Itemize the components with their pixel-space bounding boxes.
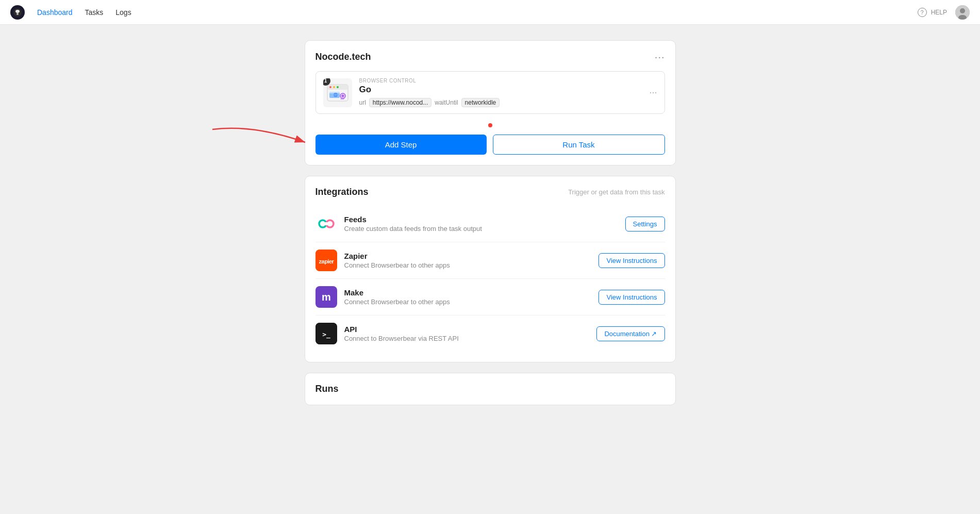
user-avatar[interactable] bbox=[955, 5, 970, 20]
integration-row-api: >_ API Connect to Browserbear via REST A… bbox=[315, 316, 665, 352]
zapier-name: Zapier bbox=[344, 252, 592, 260]
integration-row-make: m Make Connect Browserbear to other apps… bbox=[315, 279, 665, 316]
api-docs-button[interactable]: Documentation ↗ bbox=[596, 326, 665, 341]
app-logo bbox=[10, 5, 25, 20]
help-question-icon: ? bbox=[918, 8, 927, 17]
step-divider bbox=[315, 120, 665, 130]
integration-row-feeds: Feeds Create custom data feeds from the … bbox=[315, 206, 665, 242]
param-label-url: url bbox=[359, 99, 366, 106]
svg-text:m: m bbox=[322, 291, 331, 303]
make-info: Make Connect Browserbear to other apps bbox=[344, 288, 592, 306]
zapier-desc: Connect Browserbear to other apps bbox=[344, 261, 592, 269]
make-icon-svg: m bbox=[315, 286, 337, 308]
zapier-icon: zapier bbox=[315, 250, 337, 271]
feeds-icon-svg bbox=[315, 213, 337, 235]
nav-tasks[interactable]: Tasks bbox=[85, 8, 104, 16]
api-info: API Connect to Browserbear via REST API bbox=[344, 325, 590, 342]
zapier-icon-svg: zapier bbox=[315, 250, 337, 271]
feeds-icon bbox=[315, 213, 337, 235]
action-buttons: Add Step Run Task bbox=[315, 135, 665, 155]
api-icon-svg: >_ bbox=[315, 323, 337, 344]
help-label: HELP bbox=[931, 9, 947, 16]
integrations-subtitle: Trigger or get data from this task bbox=[568, 188, 665, 196]
main-content: Nocode.tech ··· 1 bbox=[294, 25, 686, 421]
zapier-instructions-button[interactable]: View Instructions bbox=[599, 253, 665, 268]
step-menu-dots[interactable]: ··· bbox=[649, 87, 657, 98]
make-instructions-button[interactable]: View Instructions bbox=[599, 290, 665, 305]
integrations-card: Integrations Trigger or get data from th… bbox=[305, 176, 676, 362]
nav-logs[interactable]: Logs bbox=[115, 8, 131, 16]
param-value-url: https://www.nocod... bbox=[369, 98, 431, 107]
step-params: url https://www.nocod... waitUntil netwo… bbox=[359, 98, 642, 107]
integrations-header: Integrations Trigger or get data from th… bbox=[315, 187, 665, 197]
task-card-header: Nocode.tech ··· bbox=[315, 51, 665, 63]
svg-rect-22 bbox=[323, 222, 330, 225]
api-desc: Connect to Browserbear via REST API bbox=[344, 335, 590, 342]
step-icon-container: 1 bbox=[323, 78, 352, 107]
feeds-settings-button[interactable]: Settings bbox=[625, 217, 665, 231]
nav-dashboard[interactable]: Dashboard bbox=[37, 8, 73, 16]
feeds-action: Settings bbox=[625, 217, 665, 231]
step-type-label: BROWSER CONTROL bbox=[359, 78, 642, 84]
step-item: 1 bbox=[315, 71, 665, 114]
svg-point-4 bbox=[960, 8, 965, 13]
step-name: Go bbox=[359, 85, 642, 95]
feeds-name: Feeds bbox=[344, 215, 618, 224]
integration-row-zapier: zapier Zapier Connect Browserbear to oth… bbox=[315, 242, 665, 279]
integrations-title: Integrations bbox=[315, 187, 369, 197]
api-name: API bbox=[344, 325, 590, 334]
task-menu-dots[interactable]: ··· bbox=[655, 51, 665, 63]
svg-rect-15 bbox=[342, 94, 343, 97]
arrow-annotation bbox=[202, 119, 326, 160]
api-action: Documentation ↗ bbox=[596, 326, 665, 341]
make-icon: m bbox=[315, 286, 337, 308]
svg-text:>_: >_ bbox=[322, 330, 330, 339]
make-desc: Connect Browserbear to other apps bbox=[344, 298, 592, 306]
svg-point-8 bbox=[329, 86, 331, 88]
make-action: View Instructions bbox=[599, 290, 665, 305]
param-label-waituntil: waitUntil bbox=[435, 99, 458, 106]
run-task-button[interactable]: Run Task bbox=[493, 135, 665, 155]
add-step-button[interactable]: Add Step bbox=[315, 135, 487, 155]
make-name: Make bbox=[344, 288, 592, 297]
runs-title: Runs bbox=[315, 384, 665, 394]
step-info: BROWSER CONTROL Go url https://www.nocod… bbox=[359, 78, 642, 107]
svg-point-1 bbox=[15, 10, 20, 13]
api-icon: >_ bbox=[315, 323, 337, 344]
zapier-info: Zapier Connect Browserbear to other apps bbox=[344, 252, 592, 269]
runs-card: Runs bbox=[305, 373, 676, 405]
buttons-container: Add Step Run Task bbox=[315, 135, 665, 155]
svg-text:zapier: zapier bbox=[319, 258, 334, 264]
task-title: Nocode.tech bbox=[315, 52, 371, 62]
feeds-info: Feeds Create custom data feeds from the … bbox=[344, 215, 618, 233]
zapier-action: View Instructions bbox=[599, 253, 665, 268]
feeds-desc: Create custom data feeds from the task o… bbox=[344, 225, 618, 233]
task-card: Nocode.tech ··· 1 bbox=[305, 40, 676, 165]
help-button[interactable]: ? HELP bbox=[918, 8, 947, 17]
svg-point-2 bbox=[16, 13, 19, 15]
param-value-waituntil: networkidle bbox=[461, 98, 500, 107]
navigation: Dashboard Tasks Logs ? HELP bbox=[0, 0, 980, 25]
svg-point-10 bbox=[337, 86, 339, 88]
svg-point-9 bbox=[333, 86, 335, 88]
